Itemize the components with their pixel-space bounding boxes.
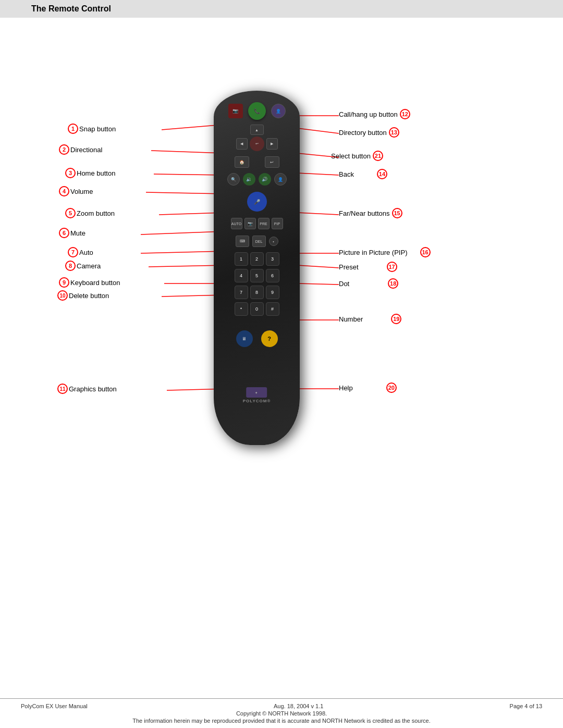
keyboard-button[interactable]: ⌨ bbox=[236, 236, 249, 247]
label-graphics-button: 11 Graphics button bbox=[57, 384, 117, 394]
left-arrow-button[interactable]: ◀ bbox=[236, 138, 248, 150]
label-dot: Dot 18 bbox=[339, 278, 398, 289]
label-number: Number 19 bbox=[339, 314, 401, 324]
page-title: The Remote Control bbox=[31, 4, 532, 14]
pip-button[interactable]: PIP bbox=[272, 218, 283, 229]
svg-line-3 bbox=[146, 192, 224, 194]
label-back: Back 14 bbox=[339, 169, 387, 179]
dot-button[interactable]: • bbox=[269, 237, 278, 246]
num-0-button[interactable]: 0 bbox=[250, 302, 264, 316]
preset-button[interactable]: PRE bbox=[258, 218, 270, 229]
num-5-button[interactable]: 5 bbox=[250, 269, 264, 282]
label-home-button: 3 Home button bbox=[65, 168, 115, 178]
num-1-button[interactable]: 1 bbox=[235, 252, 248, 266]
footer-notice: The information herein may be reproduced… bbox=[132, 718, 430, 724]
label-auto: 7 Auto bbox=[68, 247, 93, 257]
footer-left: PolyCom EX User Manual bbox=[21, 703, 88, 709]
back-button[interactable]: ↩ bbox=[265, 156, 279, 168]
page-footer: PolyCom EX User Manual Aug. 18, 2004 v 1… bbox=[0, 698, 563, 728]
hash-button[interactable]: # bbox=[266, 302, 279, 316]
svg-line-5 bbox=[141, 231, 224, 235]
up-arrow-button[interactable]: ▲ bbox=[250, 125, 264, 135]
star-button[interactable]: * bbox=[235, 302, 248, 316]
num-4-button[interactable]: 4 bbox=[235, 269, 248, 282]
directory-button[interactable]: 👤 bbox=[271, 104, 286, 118]
snap-button[interactable]: 📷 bbox=[228, 104, 243, 118]
num-9-button[interactable]: 9 bbox=[266, 286, 279, 299]
call-hangup-button[interactable]: 📞 bbox=[248, 102, 266, 120]
svg-line-7 bbox=[149, 265, 224, 267]
label-delete-button: 10 Delete button bbox=[57, 290, 109, 301]
num-6-button[interactable]: 6 bbox=[266, 269, 279, 282]
label-mute: 6 Mute bbox=[59, 228, 85, 238]
num-7-button[interactable]: 7 bbox=[235, 286, 248, 299]
help-button[interactable]: ? bbox=[261, 330, 278, 347]
label-snap-button: 1 Snap button bbox=[68, 124, 116, 134]
label-select-button: Select button 21 bbox=[331, 151, 383, 161]
svg-line-6 bbox=[141, 251, 224, 253]
label-volume: 4 Volume bbox=[59, 186, 93, 196]
right-arrow-button[interactable]: ▶ bbox=[266, 138, 278, 150]
svg-line-1 bbox=[151, 151, 224, 153]
label-help: Help 20 bbox=[339, 382, 397, 393]
home-button[interactable]: 🏠 bbox=[235, 156, 249, 168]
delete-button[interactable]: DEL bbox=[252, 236, 266, 247]
label-directory-button: Directory button 13 bbox=[339, 127, 399, 138]
label-camera: 8 Camera bbox=[65, 261, 101, 271]
volume-down-button[interactable]: 🔉 bbox=[243, 173, 255, 186]
footer-copyright: Copyright © NORTH Network 1998. bbox=[236, 710, 327, 717]
select-button[interactable]: ↩ bbox=[250, 137, 264, 151]
num-8-button[interactable]: 8 bbox=[250, 286, 264, 299]
svg-line-14 bbox=[297, 173, 339, 175]
volume-up-button[interactable]: 🔊 bbox=[259, 173, 271, 186]
svg-line-15 bbox=[297, 213, 339, 215]
graphics-button[interactable]: 🖥 bbox=[236, 330, 253, 347]
footer-right: Page 4 of 13 bbox=[510, 703, 542, 709]
label-pip: Picture in Picture (PIP) 16 bbox=[339, 247, 431, 257]
camera-button[interactable]: 📷 bbox=[244, 218, 256, 229]
label-directional: 2 Directional bbox=[59, 144, 102, 155]
footer-center: Aug. 18, 2004 v 1.1 bbox=[274, 703, 323, 709]
svg-line-18 bbox=[297, 283, 339, 285]
label-far-near: Far/Near buttons 15 bbox=[339, 208, 402, 218]
svg-line-12 bbox=[297, 128, 339, 133]
mute-button[interactable]: 🎤 bbox=[247, 192, 267, 212]
label-keyboard-button: 9 Keyboard button bbox=[59, 277, 120, 288]
remote-control: 📷 📞 👤 ▲ ◀ ↩ ▶ 🏠 ↩ 🔍 bbox=[214, 91, 300, 445]
far-near-button[interactable]: 👤 bbox=[274, 173, 287, 186]
num-3-button[interactable]: 3 bbox=[266, 252, 279, 266]
auto-button[interactable]: AUTO bbox=[231, 218, 242, 229]
label-call-hangup: Call/hang up button 12 bbox=[339, 109, 410, 119]
num-2-button[interactable]: 2 bbox=[250, 252, 264, 266]
diagram-area: 📷 📞 👤 ▲ ◀ ↩ ▶ 🏠 ↩ 🔍 bbox=[0, 28, 563, 523]
label-zoom-button: 5 Zoom button bbox=[65, 208, 115, 218]
page-header: The Remote Control bbox=[0, 0, 563, 18]
svg-line-17 bbox=[297, 265, 339, 268]
label-preset: Preset 17 bbox=[339, 262, 397, 272]
zoom-button[interactable]: 🔍 bbox=[227, 173, 240, 186]
